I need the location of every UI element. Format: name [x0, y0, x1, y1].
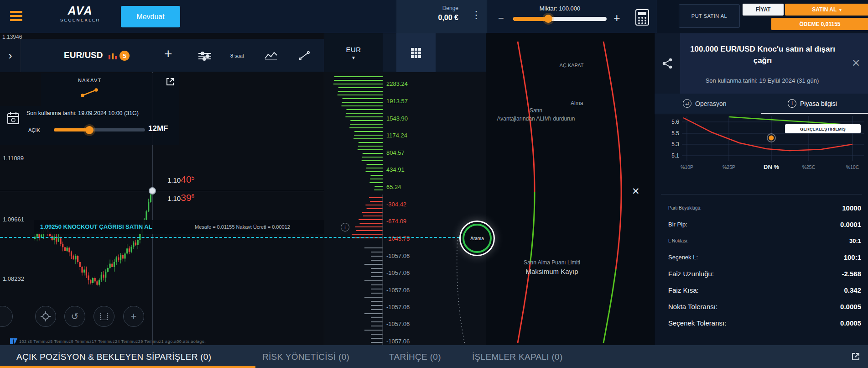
put-buy-button[interactable]: PUT SATIN AL — [679, 4, 740, 28]
limit-title: Satın Alma Puanı Limiti — [506, 259, 598, 266]
grid-view-button[interactable] — [396, 33, 436, 72]
svg-text:%10P: %10P — [681, 164, 693, 170]
ticket-row-value: 0.0005 — [840, 303, 861, 310]
knockout-line-label[interactable]: 1.09250 KNOCKOUT ÇAĞRISI SATIN AL — [40, 223, 152, 230]
knockout-line-icon — [81, 88, 98, 98]
ticket-row-value: 10000 — [842, 204, 861, 212]
alerts-badge[interactable]: 5 — [120, 51, 130, 61]
amount-label: Miktar: 100.000 — [511, 5, 609, 12]
ladder-value: 1543.90 — [386, 115, 408, 122]
ticket-header: 100.000 EUR/USD Knoc'u satın al dışarı ç… — [655, 33, 868, 94]
reset-view-button[interactable]: ↺ — [64, 306, 85, 327]
trendline-tool-icon[interactable] — [299, 51, 310, 60]
close-icon[interactable]: ✕ — [852, 57, 860, 69]
knockout-tab[interactable]: NAKAVT — [67, 78, 113, 83]
ladder-value: 804.57 — [386, 149, 405, 156]
expiry-box: Son kullanma tarihi: 19.09.2024 10:00 (3… — [0, 106, 179, 145]
bottom-tab-1[interactable]: RİSK YÖNETİCİSİ (0) — [262, 345, 349, 368]
open-label: AÇIK — [28, 127, 40, 133]
svg-text:%25P: %25P — [722, 164, 735, 170]
open-in-new-icon[interactable] — [851, 352, 861, 362]
symbol-label[interactable]: EUR/USD — [64, 50, 103, 60]
ticket-row-label: L Noktası: — [668, 238, 689, 243]
indicator-settings-icon[interactable] — [198, 52, 211, 61]
open-close-toggle[interactable]: AÇ KAPAT — [544, 63, 599, 68]
svg-text:5.5: 5.5 — [671, 130, 679, 137]
amount-decrease-button[interactable]: − — [498, 14, 504, 23]
strike-slider[interactable] — [54, 128, 145, 131]
bottom-tab-0[interactable]: AÇIK POZİSYON & BEKLEYEN SİPARİŞLER (0) — [16, 345, 211, 368]
calendar-icon[interactable] — [6, 111, 20, 125]
ticket-row: Parti Büyüklüğü:10000 — [655, 200, 868, 216]
ladder-value: -304.42 — [386, 201, 406, 208]
strike-label: 12MF — [148, 124, 168, 133]
bottom-tab-3[interactable]: İŞLEMLER KAPALI (0) — [472, 345, 563, 368]
currency-dropdown[interactable]: EUR ▼ — [324, 33, 383, 72]
info-icon[interactable]: i — [341, 223, 349, 231]
close-icon[interactable]: ✕ — [632, 186, 640, 197]
selection-tool-button[interactable] — [94, 306, 114, 327]
ticket-row-value: 0.0005 — [840, 319, 861, 327]
info-icon: i — [788, 99, 796, 108]
ticket-row-label: Faiz Uzunluğu: — [668, 270, 714, 278]
menu-button[interactable] — [10, 9, 22, 23]
currency-label: EUR — [346, 46, 361, 53]
ladder-value: 65.24 — [386, 184, 401, 190]
kebab-menu-icon[interactable]: ⋮ — [471, 9, 481, 21]
svg-text:5.6: 5.6 — [671, 119, 679, 125]
price-line — [0, 191, 324, 191]
amount-increase-button[interactable]: + — [613, 13, 620, 22]
amount-slider[interactable] — [513, 17, 607, 21]
stop-note: Satın Avantajlarından ALIM'ı durdurun — [490, 106, 582, 123]
top-bar: AVA SEÇENEKLER Mevduat Denge 0,00 € ⋮ Mi… — [0, 0, 868, 33]
ticket-row-label: Nokta Toleransı: — [668, 303, 717, 310]
ladder-value: 2283.24 — [386, 80, 408, 87]
ticket-detail-rows: Parti Büyüklüğü:10000Bir Pip:0.0001L Nok… — [655, 200, 868, 331]
payoff-curves — [486, 33, 654, 345]
buy-toggle-button[interactable]: SATIN AL▾ — [785, 4, 868, 16]
ladder-value: -1057.06 — [386, 252, 410, 259]
search-bubble[interactable]: Arama — [459, 221, 495, 256]
price-level: 1.09661 — [3, 216, 24, 223]
add-chart-button[interactable]: + — [164, 46, 172, 62]
tab-market-info[interactable]: i Piyasa bilgisi — [788, 99, 837, 108]
ticket-row-label: Faiz Kısa: — [668, 286, 699, 294]
expand-panel-button[interactable]: › — [0, 39, 21, 72]
ticket-title: 100.000 EUR/USD Knoc'u satın al dışarı ç… — [687, 43, 838, 66]
open-in-new-icon[interactable] — [165, 77, 175, 87]
amount-slider-fill — [513, 17, 548, 21]
price-marker[interactable] — [149, 187, 156, 195]
payment-button[interactable]: ÖDEME 0,01155 — [771, 18, 868, 30]
zoom-in-button[interactable]: + — [123, 306, 144, 327]
deposit-button[interactable]: Mevduat — [121, 6, 180, 27]
timeframe-label[interactable]: 8 saat — [230, 53, 244, 58]
ladder-value: -1057.06 — [386, 304, 410, 310]
strike-slider-thumb[interactable] — [85, 126, 94, 134]
ticket-row: Seçenek L:100:1 — [655, 249, 868, 265]
bottom-tab-2[interactable]: TARİHÇE (0) — [389, 345, 441, 368]
crosshair-tool-button[interactable] — [35, 306, 56, 327]
ticket-row: Seçenek Toleransı:0.0005 — [655, 315, 868, 331]
ticket-row-value: -2.568 — [842, 270, 861, 278]
ticket-row-label: Bir Pip: — [668, 221, 687, 228]
bid-quote: 1.10396 — [167, 192, 194, 203]
price-toggle-button[interactable]: FİYAT — [743, 4, 784, 16]
ticket-row: Nokta Toleransı:0.0005 — [655, 298, 868, 315]
trading-app: AVA SEÇENEKLER Mevduat Denge 0,00 € ⋮ Mi… — [0, 0, 868, 368]
strike-slider-fill — [54, 128, 89, 131]
knockout-tab-box: NAKAVT — [41, 73, 179, 106]
payoff-panel: AÇ KAPAT Alma Satın Avantajlarından ALIM… — [486, 33, 654, 345]
balance-value: 0,00 € — [438, 14, 458, 22]
ladder-value: -674.09 — [386, 218, 406, 225]
ladder-value: -1057.06 — [386, 287, 410, 294]
calculator-icon[interactable] — [634, 8, 650, 26]
ticket-row-label: Seçenek Toleransı: — [668, 319, 726, 327]
tab-operation[interactable]: ⇄ Operasyon — [683, 99, 726, 108]
share-button[interactable] — [655, 33, 680, 94]
knockout-dashed-line[interactable] — [0, 237, 460, 238]
ticket-row-value: 0.342 — [844, 286, 861, 294]
logo-text: AVA — [60, 5, 100, 16]
amount-slider-thumb[interactable] — [544, 15, 552, 23]
operation-icon: ⇄ — [683, 99, 691, 108]
chart-type-icon[interactable] — [265, 51, 277, 60]
